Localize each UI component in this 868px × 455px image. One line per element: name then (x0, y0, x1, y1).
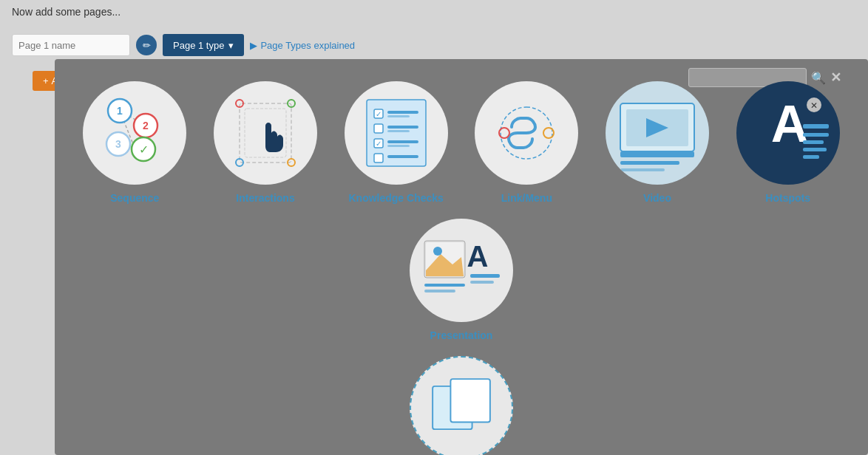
scratch-card[interactable]: Or start from scratch (402, 356, 521, 455)
video-card[interactable]: Video (600, 81, 716, 204)
video-icon-circle (606, 81, 709, 185)
header-text: Now add some pages... (12, 6, 121, 18)
svg-rect-47 (803, 155, 819, 159)
page-types-explained-link[interactable]: ▶ Page Types explained (250, 40, 355, 51)
svg-text:✓: ✓ (376, 140, 382, 148)
svg-text:3: 3 (115, 138, 121, 150)
svg-text:✓: ✓ (139, 143, 149, 156)
presentation-icon-circle: A (410, 219, 513, 322)
interactions-label: Interactions (236, 192, 294, 204)
svg-text:1: 1 (117, 105, 123, 117)
page-type-grid-top: 1 2 3 ✓ Sequence (77, 81, 846, 204)
link-menu-icon-circle (475, 81, 578, 185)
dropdown-icon: ▾ (228, 40, 234, 51)
modal-close-button[interactable]: ✕ (830, 69, 841, 86)
svg-rect-38 (620, 161, 679, 165)
knowledge-checks-card[interactable]: ✓ ✓ Knowledge Checks (338, 81, 454, 204)
knowledge-checks-icon-circle: ✓ ✓ (345, 81, 448, 185)
svg-point-51 (433, 247, 442, 256)
svg-text:✕: ✕ (810, 100, 818, 111)
edit-icon: ✏ (143, 40, 151, 51)
svg-rect-46 (803, 148, 827, 151)
svg-text:A: A (467, 240, 489, 273)
sequence-label: Sequence (110, 192, 159, 204)
page-type-grid-bot: Or start from scratch (77, 356, 846, 455)
svg-point-33 (543, 128, 554, 138)
presentation-label: Presentation (430, 329, 493, 341)
page-type-grid-mid: A Presentation (77, 219, 846, 341)
svg-point-14 (288, 100, 295, 107)
svg-rect-55 (424, 284, 465, 287)
svg-rect-29 (374, 154, 383, 162)
svg-text:2: 2 (143, 120, 149, 131)
svg-rect-45 (803, 140, 824, 144)
page-type-label: Page 1 type (173, 40, 224, 51)
svg-rect-56 (424, 290, 455, 292)
search-icon: 🔍 (811, 72, 826, 84)
svg-rect-39 (620, 168, 665, 171)
sequence-card[interactable]: 1 2 3 ✓ Sequence (77, 81, 193, 204)
svg-rect-43 (803, 124, 829, 129)
svg-rect-44 (803, 133, 829, 137)
edit-page-name-button[interactable]: ✏ (136, 35, 157, 55)
svg-rect-22 (374, 124, 383, 133)
svg-rect-54 (470, 281, 494, 284)
svg-rect-37 (620, 151, 694, 157)
presentation-card[interactable]: A Presentation (402, 219, 521, 341)
svg-rect-24 (387, 130, 410, 132)
top-bar: Now add some pages... (0, 0, 868, 24)
hotspots-label: Hotspots (765, 192, 810, 204)
hotspots-icon-circle: A ✕ (736, 81, 840, 185)
sequence-icon-circle: 1 2 3 ✓ (83, 81, 186, 185)
svg-rect-58 (450, 379, 489, 422)
svg-rect-27 (387, 140, 418, 143)
close-icon: ✕ (830, 70, 841, 85)
svg-text:✓: ✓ (376, 110, 382, 118)
hotspots-card[interactable]: A ✕ Hotspots (730, 81, 846, 204)
link-menu-card[interactable]: Link/Menu (469, 81, 585, 204)
page-type-button[interactable]: Page 1 type ▾ (163, 34, 244, 56)
video-label: Video (643, 192, 671, 204)
knowledge-checks-label: Knowledge Checks (348, 192, 443, 204)
interactions-card[interactable]: Interactions (208, 81, 324, 204)
modal-search-button[interactable]: 🔍 (811, 71, 826, 85)
add-icon: + (43, 75, 49, 86)
svg-rect-23 (387, 126, 418, 129)
svg-rect-28 (387, 145, 410, 147)
interactions-icon-circle (214, 81, 317, 185)
page-name-input[interactable] (12, 34, 130, 56)
play-icon: ▶ (250, 40, 257, 51)
scratch-icon-circle (410, 356, 513, 455)
page-type-modal: 🔍 ✕ 1 2 (55, 59, 868, 455)
svg-text:A: A (770, 95, 808, 153)
modal-search-bar: 🔍 ✕ (688, 68, 841, 87)
link-menu-label: Link/Menu (501, 192, 552, 204)
svg-rect-21 (387, 115, 410, 117)
svg-rect-53 (470, 274, 500, 278)
svg-rect-20 (387, 111, 418, 114)
svg-rect-30 (387, 155, 418, 158)
